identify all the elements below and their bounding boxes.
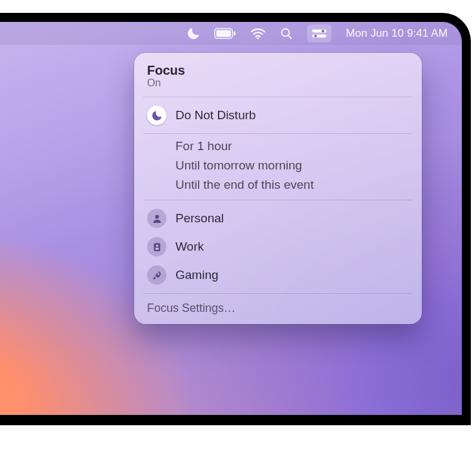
menubar-clock[interactable]: Mon Jun 10 9:41 AM bbox=[346, 22, 448, 45]
battery-menubar-item[interactable] bbox=[214, 22, 236, 45]
wifi-menubar-item[interactable] bbox=[250, 22, 266, 45]
focus-mode-label: Personal bbox=[175, 211, 224, 225]
popover-status: On bbox=[147, 77, 409, 89]
badge-icon bbox=[147, 237, 166, 256]
search-icon bbox=[280, 27, 293, 40]
svg-point-9 bbox=[315, 35, 317, 37]
focus-menubar-item[interactable] bbox=[187, 22, 200, 45]
battery-icon bbox=[214, 28, 236, 39]
do-not-disturb-label: Do Not Disturb bbox=[175, 108, 256, 122]
focus-mode-work[interactable]: Work bbox=[134, 233, 422, 261]
focus-mode-label: Work bbox=[175, 240, 204, 254]
svg-rect-6 bbox=[312, 30, 326, 33]
svg-point-11 bbox=[155, 244, 158, 247]
person-icon bbox=[147, 209, 166, 228]
focus-popover: Focus On Do Not Disturb For 1 hour Until… bbox=[134, 53, 422, 324]
divider bbox=[143, 200, 413, 200]
svg-rect-2 bbox=[233, 32, 235, 36]
control-center-menubar-item[interactable] bbox=[307, 24, 332, 43]
moon-icon bbox=[187, 27, 200, 40]
svg-rect-12 bbox=[155, 247, 159, 249]
focus-mode-personal[interactable]: Personal bbox=[134, 204, 422, 233]
popover-header: Focus On bbox=[134, 61, 422, 95]
focus-settings-link[interactable]: Focus Settings… bbox=[134, 295, 422, 319]
focus-mode-gaming[interactable]: Gaming bbox=[134, 261, 422, 289]
divider bbox=[143, 97, 413, 97]
svg-rect-8 bbox=[312, 35, 326, 38]
svg-line-5 bbox=[288, 35, 292, 39]
menubar: Mon Jun 10 9:41 AM bbox=[0, 22, 462, 45]
dnd-duration-option[interactable]: For 1 hour bbox=[134, 137, 422, 156]
spotlight-menubar-item[interactable] bbox=[280, 22, 293, 45]
divider bbox=[143, 133, 413, 134]
dnd-duration-option[interactable]: Until tomorrow morning bbox=[134, 156, 422, 175]
popover-title: Focus bbox=[147, 63, 409, 78]
dnd-duration-option[interactable]: Until the end of this event bbox=[134, 175, 422, 195]
desktop-screen: Mon Jun 10 9:41 AM Focus On Do Not Distu… bbox=[0, 22, 462, 415]
svg-point-3 bbox=[257, 37, 259, 39]
svg-point-7 bbox=[322, 30, 324, 32]
focus-mode-label: Gaming bbox=[175, 268, 219, 282]
moon-icon bbox=[147, 106, 166, 125]
wifi-icon bbox=[250, 28, 266, 39]
svg-point-13 bbox=[157, 273, 159, 275]
svg-rect-10 bbox=[154, 243, 160, 251]
control-center-icon bbox=[312, 28, 326, 39]
do-not-disturb-row[interactable]: Do Not Disturb bbox=[134, 101, 422, 130]
divider bbox=[143, 293, 413, 294]
svg-rect-1 bbox=[217, 30, 232, 37]
rocket-icon bbox=[147, 265, 166, 285]
